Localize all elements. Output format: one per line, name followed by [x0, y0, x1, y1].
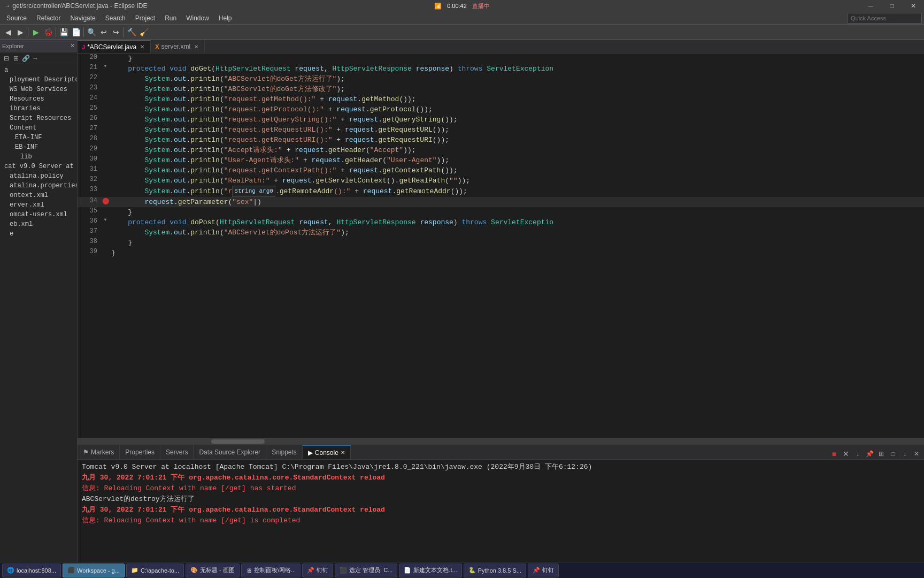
console-view-btn[interactable]: ⊞: [876, 448, 887, 459]
line-num-21: 21: [78, 64, 102, 71]
minimize-button[interactable]: ─: [860, 0, 881, 12]
sidebar-tree-item[interactable]: e: [0, 229, 77, 239]
toolbar-search-btn[interactable]: 🔍: [86, 26, 97, 38]
sidebar-tree-item[interactable]: ontext.xml: [0, 191, 77, 200]
tab-close-abcservlet[interactable]: ✕: [138, 43, 146, 51]
taskbar-cmd[interactable]: ⬛ 选定 管理员: C...: [335, 564, 397, 577]
console-clear-btn[interactable]: ✕: [841, 448, 851, 459]
tab-properties[interactable]: Properties: [120, 445, 160, 459]
code-editor[interactable]: 20 } 21 ▼ protected void doGet(HttpServl…: [78, 54, 924, 438]
sidebar-tree-item[interactable]: a: [0, 65, 77, 75]
sidebar-tree-item[interactable]: omcat-users.xml: [0, 210, 77, 219]
taskbar-python[interactable]: 🐍 Python 3.8.5 S...: [464, 564, 526, 577]
taskbar-localhost[interactable]: 🌐 localhost:808...: [2, 564, 61, 577]
taskbar-notepad[interactable]: 📄 新建文本文档.t...: [399, 564, 461, 577]
code-line-39: 39 }: [78, 248, 924, 258]
sidebar-tree-item[interactable]: Script Resources: [0, 113, 77, 123]
sidebar-tree-item[interactable]: ployment Descriptor: get: [0, 75, 77, 85]
sidebar-tree-item[interactable]: ibraries: [0, 104, 77, 113]
toolbar-new-btn[interactable]: 📄: [70, 26, 82, 38]
sidebar-link-btn[interactable]: 🔗: [21, 54, 30, 63]
h-scroll-thumb[interactable]: [211, 439, 265, 444]
toolbar-build-btn[interactable]: 🔨: [126, 26, 137, 38]
tab-console[interactable]: ▶ Console ✕: [303, 445, 351, 459]
tab-snippets[interactable]: Snippets: [266, 445, 303, 459]
line-content-22: System.out.println("ABCServlet的doGet方法运行…: [109, 74, 924, 84]
title-live-label: 直播中: [472, 2, 490, 10]
title-controls: ─ □ ✕: [860, 0, 924, 12]
sidebar-tree-item[interactable]: atalina.properties: [0, 181, 77, 191]
taskbar-workspace[interactable]: ⬛ Workspace - g...: [63, 564, 125, 577]
tab-serverxml[interactable]: X server.xml ✕: [151, 40, 205, 53]
tab-close-serverxml[interactable]: ✕: [192, 43, 200, 50]
maximize-button[interactable]: □: [881, 0, 903, 12]
line-content-30: System.out.println("User-Agent请求头:" + re…: [109, 155, 924, 165]
line-content-37: System.out.println("ABCServlet的doPost方法运…: [109, 227, 924, 238]
line-content-32: System.out.println("RealPath:" + request…: [109, 176, 924, 186]
toolbar-clean-btn[interactable]: 🧹: [138, 26, 150, 38]
sidebar-tree-item[interactable]: lib: [0, 152, 77, 162]
h-scrollbar[interactable]: [78, 438, 924, 444]
toolbar-save-btn[interactable]: 💾: [58, 26, 70, 38]
tab-icon-xml: X: [155, 43, 159, 50]
sidebar-tree-item[interactable]: atalina.policy: [0, 171, 77, 181]
menu-search[interactable]: Search: [101, 13, 130, 23]
line-num-38: 38: [78, 238, 102, 245]
menu-refactor[interactable]: Refactor: [32, 13, 65, 23]
sidebar-tree-item[interactable]: erver.xml: [0, 200, 77, 210]
taskbar-paint[interactable]: 🎨 无标题 - 画图: [186, 564, 240, 577]
taskbar-apache-label: C:\apache-to...: [141, 567, 179, 574]
bottom-tabs: ⚑ Markers Properties Servers Data Source…: [78, 445, 924, 460]
menu-project[interactable]: Project: [131, 13, 159, 23]
sidebar-expand-btn[interactable]: ⊞: [12, 54, 20, 63]
title-signal-icon: 📶: [434, 3, 442, 10]
console-close-btn2[interactable]: ✕: [911, 448, 922, 459]
console-header-line: Tomcat v9.0 Server at localhost [Apache …: [82, 462, 920, 473]
tab-datasource[interactable]: Data Source Explorer: [194, 445, 266, 459]
sidebar-tree-item[interactable]: Resources: [0, 94, 77, 104]
code-line-23: 23 System.out.println("ABCServlet的doGet方…: [78, 84, 924, 94]
toolbar-redo-btn[interactable]: ↪: [110, 26, 122, 38]
line-num-26: 26: [78, 115, 102, 122]
code-line-35: 35 }: [78, 207, 924, 217]
sidebar-tree-item[interactable]: eb.xml: [0, 219, 77, 229]
console-close-icon[interactable]: ✕: [341, 450, 345, 455]
menu-source[interactable]: Source: [2, 13, 31, 23]
taskbar-dingding1[interactable]: 📌 钉钉: [302, 564, 333, 577]
menu-navigate[interactable]: Navigate: [66, 13, 99, 23]
console-maximize-btn[interactable]: □: [888, 448, 898, 459]
sidebar-tree-item[interactable]: cat v9.0 Server at localh...: [0, 162, 77, 171]
sidebar-tree-item[interactable]: WS Web Services: [0, 85, 77, 94]
toolbar-run-btn[interactable]: ▶: [30, 26, 42, 38]
code-line-37: 37 System.out.println("ABCServlet的doPost…: [78, 227, 924, 238]
toolbar-back-btn[interactable]: ◀: [2, 26, 14, 38]
tab-markers[interactable]: ⚑ Markers: [78, 445, 120, 459]
menu-run[interactable]: Run: [160, 13, 181, 23]
sidebar-tree-item[interactable]: Content: [0, 123, 77, 133]
console-scroll-btn[interactable]: ↓: [852, 448, 863, 459]
sidebar-collapse-btn[interactable]: ⊟: [2, 54, 11, 63]
menu-window[interactable]: Window: [182, 13, 213, 23]
sidebar-arrow-btn[interactable]: →: [31, 54, 40, 63]
taskbar-network[interactable]: 🖥 控制面板\网络...: [241, 564, 301, 577]
console-minimize-btn[interactable]: ↓: [899, 448, 910, 459]
tab-abcservlet[interactable]: J *ABCServlet.java ✕: [78, 40, 151, 53]
console-line-4: 九月 30, 2022 7:01:21 下午 org.apache.catali…: [82, 505, 920, 515]
line-num-34: 34: [78, 197, 102, 204]
sidebar-tree-item[interactable]: EB-INF: [0, 142, 77, 152]
sidebar-close-icon[interactable]: ✕: [70, 42, 75, 49]
toolbar-debug-btn[interactable]: 🐞: [42, 26, 54, 38]
taskbar-apache[interactable]: 📁 C:\apache-to...: [126, 564, 184, 577]
menu-help[interactable]: Help: [214, 13, 236, 23]
quick-access-input[interactable]: [847, 13, 922, 24]
console-pin-btn[interactable]: 📌: [864, 448, 875, 459]
toolbar-undo-btn[interactable]: ↩: [98, 26, 110, 38]
taskbar-dingding1-label: 钉钉: [317, 566, 328, 574]
taskbar-dingding2[interactable]: 📌 钉钉: [528, 564, 559, 577]
sidebar-tree-item[interactable]: ETA-INF: [0, 133, 77, 142]
tab-servers[interactable]: Servers: [160, 445, 194, 459]
toolbar: ◀ ▶ ▶ 🐞 💾 📄 🔍 ↩ ↪ 🔨 🧹: [0, 25, 924, 40]
close-button[interactable]: ✕: [903, 0, 924, 12]
toolbar-fwd-btn[interactable]: ▶: [14, 26, 26, 38]
console-stop-btn[interactable]: ■: [829, 448, 840, 459]
